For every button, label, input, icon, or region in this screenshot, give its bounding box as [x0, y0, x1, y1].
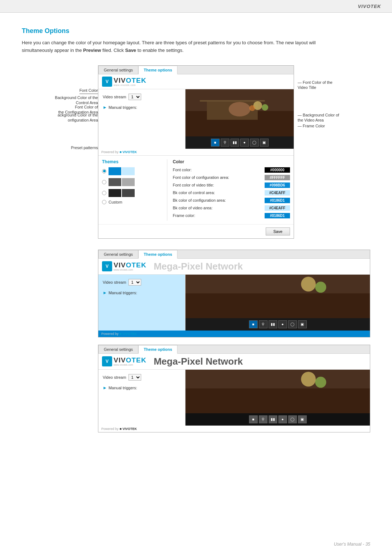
- desc-end: to enable the settings.: [136, 48, 184, 53]
- color-label-7: Frame color:: [173, 213, 195, 218]
- preset-radio-custom[interactable]: [102, 200, 106, 204]
- color-label-3: Font color of video title:: [173, 183, 214, 187]
- arrow-right-icon: ►: [103, 105, 107, 110]
- panel3-stream-control: Video stream 1: [101, 373, 182, 382]
- themes-section: Themes: [102, 159, 167, 221]
- panel2-viv: VIV: [114, 261, 126, 269]
- color-badge-2[interactable]: #FFFFFF: [265, 175, 290, 180]
- panel3-ctrl-4[interactable]: ●: [278, 415, 287, 423]
- svg-point-6: [229, 102, 250, 116]
- svg-text:V: V: [106, 79, 109, 84]
- svg-point-20: [301, 372, 316, 386]
- panel2-vivotek-logo: V VIVOTEK www.vivotek.com: [102, 261, 146, 271]
- panel3-video-label: Video stream: [103, 375, 126, 379]
- panel2-ctrl-1[interactable]: ■: [249, 320, 258, 328]
- panel3-ctrl-5[interactable]: ◯: [288, 415, 297, 423]
- preset-item-2[interactable]: [102, 178, 163, 186]
- panel2-tab-general[interactable]: General settings: [98, 250, 138, 258]
- svg-text:V: V: [106, 359, 109, 364]
- panel2-ctrl-2[interactable]: ⚲: [259, 320, 268, 328]
- main-content: Theme Options Here you can change the co…: [0, 13, 392, 461]
- logo-wordmark: VIVOTEK: [114, 77, 146, 84]
- powered-by-row: Powered by ■ VIVOTEK: [98, 149, 294, 155]
- panel3-stream-select[interactable]: 1: [128, 374, 141, 381]
- preset-item-3[interactable]: [102, 189, 163, 197]
- preset-radio-3[interactable]: [102, 191, 106, 195]
- panel3-tab-theme[interactable]: Theme options: [138, 345, 177, 354]
- ctrl-lock-icon[interactable]: ■: [211, 139, 220, 147]
- color-label-1: Font color:: [173, 168, 192, 172]
- color-badge-6[interactable]: #C4EAFF: [265, 205, 290, 211]
- panel2-logo-text: VIVOTEK www.vivotek.com: [114, 262, 146, 271]
- ctrl-screen-icon[interactable]: ▣: [260, 139, 269, 147]
- preset-item-custom[interactable]: Custom: [102, 200, 163, 204]
- panel2-control-bar: ■ ⚲ ▮▮ ● ◯ ▣: [185, 318, 370, 331]
- color-row-7: Frame color: #0186D1: [173, 213, 290, 218]
- preset-item-1[interactable]: [102, 167, 163, 175]
- panel3-body: Video stream 1 ► Manual triggers:: [98, 370, 370, 426]
- panel3-logo-icon: V: [102, 356, 112, 366]
- ctrl-circle-icon[interactable]: ●: [240, 139, 249, 147]
- label-font-video: — Font Color of theVideo Title: [298, 80, 356, 90]
- panel3-video-thumb: [185, 370, 370, 413]
- panel1-annotated: Font Color Background Color of theContro…: [22, 65, 370, 239]
- panel3-ctrl-1[interactable]: ■: [249, 415, 258, 423]
- color-badge-4[interactable]: #C4EAFF: [265, 190, 290, 196]
- panel3-logo-text: VIVOTEK www.vivotek.com: [114, 357, 146, 366]
- themes-color-row: Themes: [98, 155, 294, 224]
- panel3-left: Video stream 1 ► Manual triggers:: [98, 370, 185, 426]
- ctrl-search-icon[interactable]: ⚲: [221, 139, 229, 147]
- video-stream-select[interactable]: 1: [128, 94, 141, 100]
- panel2-ctrl-4[interactable]: ●: [278, 320, 287, 328]
- panel2-ctrl-5[interactable]: ◯: [288, 320, 297, 328]
- panel2-right: ■ ⚲ ▮▮ ● ◯ ▣: [185, 275, 370, 331]
- panel3-title: Mega-Pixel Network: [154, 356, 243, 367]
- save-button[interactable]: Save: [266, 227, 290, 235]
- tab-theme[interactable]: Theme options: [138, 66, 177, 74]
- panel2-powered-logo: ■ VIVOTEK: [120, 332, 137, 336]
- color-label-2: Font color of configuration area:: [173, 175, 229, 180]
- svg-point-8: [262, 104, 268, 111]
- panel3-ctrl-2[interactable]: ⚲: [259, 415, 268, 423]
- stream-control: Video stream 1: [101, 92, 182, 102]
- ctrl-record-icon[interactable]: ◯: [250, 139, 259, 147]
- panel2-stream-select[interactable]: 1: [128, 279, 141, 286]
- color-badge-3[interactable]: #098BD6: [265, 182, 290, 188]
- right-labels: — Font Color of theVideo Title — Backgro…: [294, 65, 370, 239]
- svg-point-21: [315, 377, 326, 387]
- svg-point-15: [315, 282, 326, 292]
- panel3-vivotek-logo: V VIVOTEK www.vivotek.com: [102, 356, 146, 366]
- panel3-ctrl-3[interactable]: ▮▮: [269, 415, 277, 423]
- panel2: General settings Theme options V: [98, 250, 370, 337]
- swatch-1b: [122, 167, 135, 175]
- swatch-2a: [109, 178, 121, 186]
- panel3-tab-general[interactable]: General settings: [98, 345, 138, 353]
- color-badge-7[interactable]: #0186D1: [265, 213, 290, 218]
- ctrl-pause-icon[interactable]: ▮▮: [230, 139, 239, 147]
- color-badge-1[interactable]: #000000: [265, 167, 290, 173]
- brand-label: VIVOTEK: [358, 4, 381, 9]
- swatch-2b: [122, 178, 135, 186]
- panel3-powered-by: Powered by ■ VIVOTEK: [98, 426, 370, 432]
- svg-rect-4: [200, 100, 265, 102]
- color-label-6: Bk color of video area:: [173, 206, 212, 210]
- color-label-4: Bk color of control area:: [173, 190, 215, 195]
- panel3-tabs: General settings Theme options: [98, 345, 370, 354]
- panel2-ctrl-6[interactable]: ▣: [298, 320, 307, 328]
- color-label-5: Bk color of configuration area:: [173, 198, 226, 202]
- panel2-title: Mega-Pixel Network: [154, 261, 243, 272]
- section-description: Here you can change the color of your ho…: [22, 39, 319, 54]
- panel3-ctrl-6[interactable]: ▣: [298, 415, 307, 423]
- panel3: General settings Theme options V: [98, 345, 370, 432]
- vivotek-logo: V VIVOTEK www.vivotek.com: [102, 77, 146, 87]
- preset-radio-1[interactable]: [102, 169, 106, 173]
- color-badge-5[interactable]: #0186D1: [265, 198, 290, 203]
- panel2-body: Video stream 1 ► Manual triggers:: [98, 275, 370, 331]
- panel2-tab-theme[interactable]: Theme options: [138, 250, 177, 259]
- swatch-3b: [122, 189, 135, 197]
- color-row-6: Bk color of video area: #C4EAFF: [173, 205, 290, 211]
- svg-rect-13: [185, 293, 370, 318]
- tab-general[interactable]: General settings: [98, 66, 138, 74]
- preset-radio-2[interactable]: [102, 180, 106, 184]
- panel2-ctrl-3[interactable]: ▮▮: [269, 320, 277, 328]
